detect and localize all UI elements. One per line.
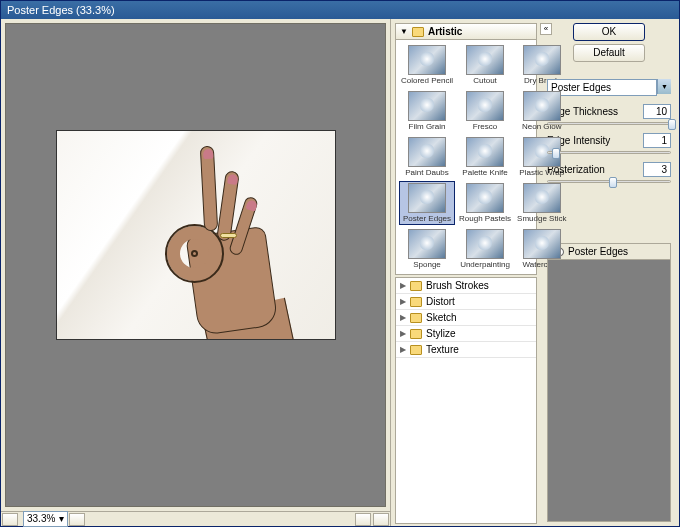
filter-thumb-rough-pastels[interactable]: Rough Pastels	[457, 181, 513, 225]
category-item-distort[interactable]: ▶Distort	[396, 294, 536, 310]
slider-edge-thickness: Edge Thickness10	[547, 104, 671, 125]
titlebar[interactable]: Poster Edges (33.3%)	[1, 1, 679, 19]
zoom-in-button[interactable]	[69, 513, 85, 526]
triangle-right-icon: ▶	[400, 281, 406, 290]
filter-browser: ▼ Artistic Colored PencilCutoutDry Brush…	[391, 19, 539, 526]
folder-icon	[410, 297, 422, 307]
filter-thumbnails-grid: Colored PencilCutoutDry BrushFilm GrainF…	[395, 40, 537, 275]
filter-thumb-icon	[466, 137, 504, 167]
filter-thumb-icon	[466, 183, 504, 213]
category-item-label: Texture	[426, 344, 459, 355]
category-artistic-header[interactable]: ▼ Artistic	[395, 23, 537, 40]
preview-pane: 33.3% ▾	[1, 19, 391, 526]
slider-track[interactable]	[547, 122, 671, 125]
collapse-button[interactable]: «	[540, 23, 552, 35]
preview-footer: 33.3% ▾	[1, 511, 390, 526]
filter-thumb-label: Colored Pencil	[401, 76, 453, 85]
button-row: OK Default	[547, 23, 671, 65]
filter-thumb-icon	[523, 45, 561, 75]
filter-thumb-label: Paint Daubs	[405, 168, 449, 177]
category-item-label: Distort	[426, 296, 455, 307]
triangle-right-icon: ▶	[400, 297, 406, 306]
main-area: 33.3% ▾ ▼ Artistic Colored PencilCutoutD…	[1, 19, 679, 526]
zoom-select[interactable]: 33.3% ▾	[23, 511, 68, 527]
filter-thumb-label: Poster Edges	[403, 214, 451, 223]
zoom-value: 33.3%	[27, 513, 55, 525]
filter-thumb-label: Palette Knife	[462, 168, 507, 177]
preview-image	[56, 130, 336, 340]
filter-thumb-icon	[466, 45, 504, 75]
filter-thumb-icon	[523, 229, 561, 259]
slider-track[interactable]	[547, 180, 671, 183]
ok-button[interactable]: OK	[573, 23, 645, 41]
slider-posterization: Posterization3	[547, 162, 671, 183]
slider-edge-intensity: Edge Intensity1	[547, 133, 671, 154]
category-list: ▶Brush Strokes▶Distort▶Sketch▶Stylize▶Te…	[395, 277, 537, 524]
scroll-right-button[interactable]	[373, 513, 389, 526]
triangle-right-icon: ▶	[400, 313, 406, 322]
filter-thumb-underpainting[interactable]: Underpainting	[457, 227, 513, 271]
category-label: Artistic	[428, 26, 462, 37]
hand-illustration	[147, 151, 297, 340]
category-item-label: Brush Strokes	[426, 280, 489, 291]
filter-thumb-label: Fresco	[473, 122, 497, 131]
filter-thumb-palette-knife[interactable]: Palette Knife	[457, 135, 513, 179]
triangle-right-icon: ▶	[400, 329, 406, 338]
category-item-sketch[interactable]: ▶Sketch	[396, 310, 536, 326]
default-button[interactable]: Default	[573, 44, 645, 62]
filter-thumb-cutout[interactable]: Cutout	[457, 43, 513, 87]
slider-thumb[interactable]	[609, 177, 617, 188]
filter-thumb-icon	[408, 229, 446, 259]
triangle-right-icon: ▶	[400, 345, 406, 354]
slider-value-input[interactable]: 1	[643, 133, 671, 148]
filter-thumb-label: Rough Pastels	[459, 214, 511, 223]
folder-icon	[410, 281, 422, 291]
slider-track[interactable]	[547, 151, 671, 154]
folder-icon	[410, 345, 422, 355]
slider-thumb[interactable]	[668, 119, 676, 130]
category-item-label: Stylize	[426, 328, 455, 339]
filter-thumb-film-grain[interactable]: Film Grain	[399, 89, 455, 133]
filter-thumb-label: Cutout	[473, 76, 497, 85]
slider-value-input[interactable]: 10	[643, 104, 671, 119]
slider-thumb[interactable]	[552, 148, 560, 159]
folder-icon	[412, 27, 424, 37]
filter-thumb-sponge[interactable]: Sponge	[399, 227, 455, 271]
filter-thumb-icon	[466, 229, 504, 259]
effect-layers-panel: Poster Edges	[547, 243, 671, 522]
filter-thumb-paint-daubs[interactable]: Paint Daubs	[399, 135, 455, 179]
filter-thumb-icon	[408, 137, 446, 167]
folder-icon	[410, 313, 422, 323]
sliders-group: Edge Thickness10Edge Intensity1Posteriza…	[547, 96, 671, 183]
category-item-label: Sketch	[426, 312, 457, 323]
zoom-out-button[interactable]	[2, 513, 18, 526]
filter-thumb-icon	[523, 183, 561, 213]
category-item-texture[interactable]: ▶Texture	[396, 342, 536, 358]
filter-thumb-fresco[interactable]: Fresco	[457, 89, 513, 133]
filter-thumb-icon	[523, 91, 561, 121]
category-item-brush-strokes[interactable]: ▶Brush Strokes	[396, 278, 536, 294]
scroll-left-button[interactable]	[355, 513, 371, 526]
filter-thumb-icon	[408, 91, 446, 121]
filter-thumb-icon	[408, 183, 446, 213]
chevron-down-icon: ▾	[59, 513, 64, 525]
filter-select[interactable]: Poster Edges ▼	[547, 79, 671, 96]
folder-icon	[410, 329, 422, 339]
filter-thumb-icon	[466, 91, 504, 121]
filter-thumb-label: Underpainting	[460, 260, 510, 269]
filter-thumb-label: Film Grain	[409, 122, 446, 131]
preview-canvas[interactable]	[5, 23, 386, 507]
filter-gallery-dialog: Poster Edges (33.3%)	[0, 0, 680, 527]
chevron-down-icon: ▼	[657, 79, 671, 94]
filter-thumb-colored-pencil[interactable]: Colored Pencil	[399, 43, 455, 87]
triangle-down-icon: ▼	[400, 27, 408, 36]
effect-layer-label: Poster Edges	[568, 246, 628, 257]
filter-thumb-icon	[408, 45, 446, 75]
filter-thumb-poster-edges[interactable]: Poster Edges	[399, 181, 455, 225]
slider-value-input[interactable]: 3	[643, 162, 671, 177]
effect-layer-row[interactable]: Poster Edges	[548, 244, 670, 260]
category-item-stylize[interactable]: ▶Stylize	[396, 326, 536, 342]
filter-thumb-label: Sponge	[413, 260, 441, 269]
